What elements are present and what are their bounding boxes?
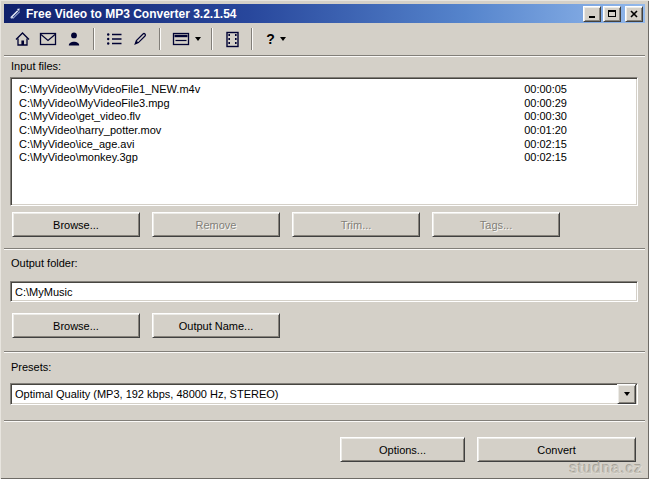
presets-selected-value: Optimal Quality (MP3, 192 kbps, 48000 Hz… <box>11 388 617 400</box>
separator <box>4 55 645 57</box>
output-folder-input[interactable] <box>11 285 637 299</box>
minimize-button[interactable] <box>583 6 601 22</box>
user-button[interactable] <box>61 27 87 51</box>
mail-icon <box>39 32 57 46</box>
pencil-icon <box>132 31 148 47</box>
output-folder-label: Output folder: <box>11 257 78 269</box>
converter-app-icon[interactable] <box>7 6 23 21</box>
toolbar-separator <box>159 28 161 50</box>
list-item[interactable]: C:\MyVideo\MyVideoFile1_NEW.m4v 00:00:05 <box>11 83 637 97</box>
presets-dropdown-button[interactable] <box>617 384 636 404</box>
output-format-menu-button[interactable] <box>167 27 205 51</box>
file-path: C:\MyVideo\ice_age.avi <box>19 138 134 150</box>
mail-button[interactable] <box>35 27 61 51</box>
list-icon <box>106 32 123 46</box>
list-item[interactable]: C:\MyVideo\ice_age.avi 00:02:15 <box>11 138 637 152</box>
user-icon <box>67 31 81 47</box>
pencil-button[interactable] <box>127 27 153 51</box>
list-item[interactable]: C:\MyVideo\MyVideoFile3.mpg 00:00:29 <box>11 97 637 111</box>
output-folder-field-wrap <box>10 281 638 302</box>
chevron-down-icon <box>624 392 630 396</box>
options-button[interactable]: Options... <box>340 437 465 462</box>
list-item[interactable]: C:\MyVideo\get_video.flv 00:00:30 <box>11 110 637 124</box>
film-strip-icon <box>225 31 240 48</box>
list-item[interactable]: C:\MyVideo\monkey.3gp 00:02:15 <box>11 151 637 165</box>
output-name-button[interactable]: Output Name... <box>152 313 280 338</box>
remove-button: Remove <box>152 212 280 237</box>
help-button[interactable]: ? <box>259 27 293 51</box>
separator <box>4 420 645 422</box>
window-title: Free Video to MP3 Converter 3.2.1.54 <box>26 7 581 21</box>
maximize-icon <box>608 10 616 17</box>
file-duration: 00:00:30 <box>524 110 567 124</box>
toolbar-separator <box>211 28 213 50</box>
app-window: Free Video to MP3 Converter 3.2.1.54 <box>0 0 649 479</box>
video-button[interactable] <box>219 27 245 51</box>
toolbar: ? <box>4 23 645 55</box>
browse-input-button[interactable]: Browse... <box>12 212 140 237</box>
file-duration: 00:01:20 <box>524 124 567 138</box>
home-button[interactable] <box>9 27 35 51</box>
trim-button: Trim... <box>292 212 420 237</box>
chevron-down-icon <box>195 37 201 41</box>
file-duration: 00:02:15 <box>524 138 567 152</box>
file-path: C:\MyVideo\monkey.3gp <box>19 151 138 163</box>
browse-output-button[interactable]: Browse... <box>12 313 140 338</box>
presets-label: Presets: <box>11 361 51 373</box>
menu-window-icon <box>172 32 190 46</box>
home-icon <box>14 31 31 47</box>
titlebar[interactable]: Free Video to MP3 Converter 3.2.1.54 <box>4 4 645 23</box>
maximize-button[interactable] <box>603 6 621 22</box>
presets-combobox[interactable]: Optimal Quality (MP3, 192 kbps, 48000 Hz… <box>10 383 638 405</box>
close-icon <box>630 10 638 18</box>
list-item[interactable]: C:\MyVideo\harry_potter.mov 00:01:20 <box>11 124 637 138</box>
file-duration: 00:00:05 <box>524 83 567 97</box>
input-files-label: Input files: <box>11 60 61 72</box>
file-path: C:\MyVideo\get_video.flv <box>19 110 140 122</box>
tags-button: Tags... <box>432 212 560 237</box>
list-button[interactable] <box>101 27 127 51</box>
file-duration: 00:00:29 <box>524 97 567 111</box>
file-path: C:\MyVideo\harry_potter.mov <box>19 124 161 136</box>
help-icon: ? <box>266 32 275 46</box>
chevron-down-icon <box>280 37 286 41</box>
watermark: studna.cz <box>570 459 643 476</box>
toolbar-separator <box>251 28 253 50</box>
input-files-list[interactable]: C:\MyVideo\MyVideoFile1_NEW.m4v 00:00:05… <box>10 77 638 206</box>
minimize-icon <box>589 16 595 18</box>
separator <box>4 248 645 250</box>
file-path: C:\MyVideo\MyVideoFile3.mpg <box>19 97 170 109</box>
separator <box>4 351 645 353</box>
file-duration: 00:02:15 <box>524 151 567 165</box>
toolbar-separator <box>93 28 95 50</box>
close-button[interactable] <box>625 6 643 22</box>
file-path: C:\MyVideo\MyVideoFile1_NEW.m4v <box>19 83 200 95</box>
